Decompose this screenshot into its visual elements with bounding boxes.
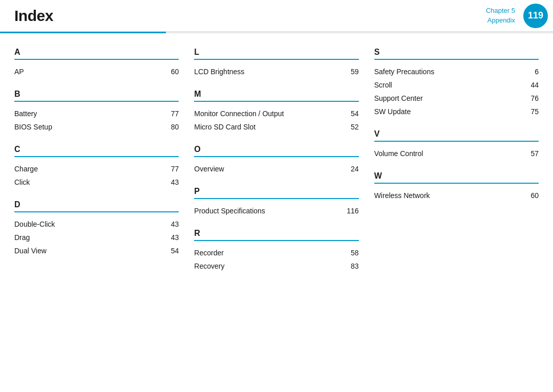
entry-page: 83: [344, 262, 359, 270]
index-entry: Monitor Connection / Output54: [194, 107, 358, 120]
section-divider: [374, 141, 539, 142]
entry-page: 77: [163, 110, 179, 118]
section-letter: D: [14, 200, 179, 209]
index-entry: Volume Control57: [374, 147, 539, 160]
entry-page: 58: [344, 249, 359, 257]
index-entry: Scroll44: [374, 78, 539, 92]
section-O: OOverview24: [194, 145, 358, 176]
page-badge: 119: [523, 4, 548, 28]
entry-name: Volume Control: [374, 149, 423, 158]
section-divider: [14, 211, 179, 212]
section-letter: V: [374, 129, 539, 139]
section-divider: [194, 198, 358, 199]
section-letter: B: [14, 90, 179, 99]
index-entry: BIOS Setup80: [14, 120, 179, 134]
entry-name: Monitor Connection / Output: [194, 110, 284, 118]
entry-page: 54: [344, 110, 359, 118]
index-entry: Product Specifications116: [194, 204, 358, 217]
entry-page: 59: [344, 68, 359, 76]
chapter-label: Chapter 5: [486, 6, 515, 15]
index-entry: Dual View54: [14, 244, 179, 257]
section-divider: [374, 183, 539, 184]
main-content: AAP60BBattery77BIOS Setup80CCharge77Clic…: [0, 33, 553, 294]
section-divider: [194, 59, 358, 60]
entry-name: Recovery: [194, 262, 224, 270]
header: Index Chapter 5 Appendix 119: [0, 0, 553, 32]
entry-page: 60: [163, 68, 179, 76]
section-letter: P: [194, 187, 358, 196]
entry-page: 116: [344, 207, 359, 215]
index-entry: Safety Precautions6: [374, 65, 539, 78]
section-letter: L: [194, 48, 358, 57]
entry-page: 75: [523, 107, 539, 116]
entry-name: Wireless Network: [374, 191, 430, 200]
entry-page: 80: [163, 123, 179, 131]
section-letter: R: [194, 229, 358, 238]
entry-name: Charge: [14, 165, 38, 173]
section-divider: [194, 156, 358, 157]
section-divider: [194, 101, 358, 102]
index-entry: Drag43: [14, 231, 179, 244]
header-right: Chapter 5 Appendix 119: [486, 0, 553, 31]
entry-page: 52: [344, 123, 359, 131]
entry-page: 6: [523, 68, 539, 76]
section-divider: [374, 59, 539, 60]
section-letter: M: [194, 90, 358, 99]
index-entry: LCD Brightness59: [194, 65, 358, 78]
index-entry: Recovery83: [194, 259, 358, 273]
appendix-label: Appendix: [486, 16, 515, 25]
entry-page: 43: [163, 233, 179, 242]
entry-page: 54: [163, 247, 179, 255]
entry-name: Dual View: [14, 247, 47, 255]
entry-page: 43: [163, 220, 179, 228]
section-P: PProduct Specifications116: [194, 187, 358, 217]
section-divider: [14, 59, 179, 60]
page-title: Index: [14, 7, 53, 25]
index-entry: Micro SD Card Slot52: [194, 120, 358, 134]
section-B: BBattery77BIOS Setup80: [14, 90, 179, 134]
column-1: LLCD Brightness59MMonitor Connection / O…: [194, 48, 374, 284]
section-letter: W: [374, 171, 539, 181]
section-letter: O: [194, 145, 358, 154]
entry-page: 76: [523, 94, 539, 102]
entry-page: 44: [523, 81, 539, 89]
column-2: SSafety Precautions6Scroll44Support Cent…: [374, 48, 539, 284]
index-entry: Charge77: [14, 162, 179, 176]
section-D: DDouble-Click43Drag43Dual View54: [14, 200, 179, 257]
entry-page: 24: [344, 165, 359, 173]
entry-page: 60: [523, 191, 539, 200]
index-entry: Recorder58: [194, 246, 358, 259]
index-entry: Battery77: [14, 107, 179, 120]
entry-name: Recorder: [194, 249, 224, 257]
section-M: MMonitor Connection / Output54Micro SD C…: [194, 90, 358, 134]
entry-name: Click: [14, 178, 30, 186]
index-entry: Wireless Network60: [374, 189, 539, 202]
section-A: AAP60: [14, 48, 179, 78]
entry-page: 57: [523, 149, 539, 158]
entry-name: Battery: [14, 110, 37, 118]
entry-page: 77: [163, 165, 179, 173]
entry-page: 43: [163, 178, 179, 186]
section-letter: C: [14, 145, 179, 154]
index-entry: Click43: [14, 176, 179, 189]
entry-name: Scroll: [374, 81, 392, 89]
entry-name: LCD Brightness: [194, 68, 244, 76]
entry-name: AP: [14, 68, 24, 76]
entry-name: Safety Precautions: [374, 68, 435, 76]
section-divider: [14, 156, 179, 157]
section-L: LLCD Brightness59: [194, 48, 358, 78]
index-entry: Support Center76: [374, 92, 539, 105]
chapter-info: Chapter 5 Appendix: [486, 6, 523, 25]
entry-name: Overview: [194, 165, 224, 173]
entry-name: Product Specifications: [194, 207, 265, 215]
entry-name: Micro SD Card Slot: [194, 123, 256, 131]
section-letter: A: [14, 48, 179, 57]
section-C: CCharge77Click43: [14, 145, 179, 189]
entry-name: Drag: [14, 233, 30, 242]
index-entry: Overview24: [194, 162, 358, 176]
index-entry: Double-Click43: [14, 217, 179, 231]
entry-name: SW Update: [374, 107, 411, 116]
entry-name: Double-Click: [14, 220, 55, 228]
entry-name: Support Center: [374, 94, 423, 102]
section-divider: [14, 101, 179, 102]
